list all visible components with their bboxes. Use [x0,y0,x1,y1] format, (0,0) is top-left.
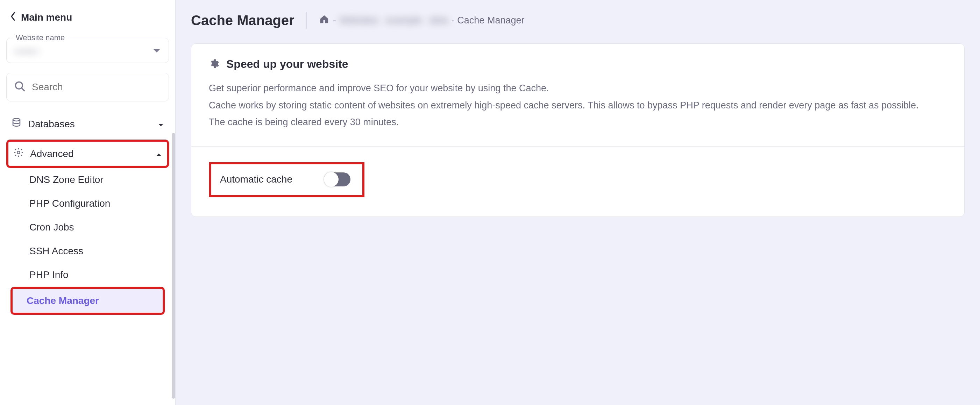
website-selector-value: example.c [14,48,40,54]
sidebar-search[interactable] [6,73,169,102]
card-title: Speed up your website [226,58,348,71]
svg-point-0 [15,82,22,89]
card-info: Speed up your website Get superior perfo… [191,44,964,146]
sidebar-sub-dns[interactable]: DNS Zone Editor [6,168,169,192]
sidebar-sub-label: DNS Zone Editor [29,174,103,185]
sidebar-sub-label: Cron Jobs [29,222,74,233]
card-description: Get superior performance and improve SEO… [209,80,947,131]
card-controls: Automatic cache [191,146,964,216]
search-input[interactable] [32,81,161,93]
breadcrumb-sep: - [333,15,336,26]
main-content: Cache Manager - Websites · example · det… [176,0,980,405]
sidebar-item-advanced[interactable]: Advanced [6,140,169,168]
chevron-up-icon [156,148,162,159]
sidebar: Main menu Website name example.c Databas… [0,0,176,405]
svg-point-3 [17,151,20,154]
sidebar-sub-label: PHP Info [29,269,68,280]
sidebar-sub-php-info[interactable]: PHP Info [6,263,169,287]
database-icon [11,118,22,130]
chevron-left-icon [11,12,15,23]
sidebar-sub-label: SSH Access [29,246,83,256]
sidebar-item-label: Databases [28,119,75,130]
website-selector-label: Website name [13,33,67,42]
automatic-cache-toggle[interactable] [324,172,350,186]
search-icon [14,81,25,94]
breadcrumb: - Websites · example · deta - Cache Mana… [319,14,525,27]
website-selector[interactable]: Website name example.c [6,38,169,63]
sidebar-sub-cron[interactable]: Cron Jobs [6,216,169,239]
home-icon[interactable] [319,14,329,27]
chevron-down-icon [158,119,164,130]
sidebar-sub-php-config[interactable]: PHP Configuration [6,192,169,216]
sidebar-item-databases[interactable]: Databases [6,112,169,136]
divider [306,12,307,29]
page-header: Cache Manager - Websites · example · det… [191,12,965,29]
chevron-down-icon [153,48,161,55]
cache-card: Speed up your website Get superior perfo… [191,43,965,217]
back-label: Main menu [21,12,72,23]
sidebar-sub-label: Cache Manager [27,295,99,306]
svg-point-2 [13,119,20,121]
toggle-knob [324,172,339,187]
breadcrumb-mid[interactable]: Websites · example · deta [340,15,448,26]
toggle-label: Automatic cache [220,174,293,185]
sidebar-sub-cache-manager[interactable]: Cache Manager [11,287,165,315]
automatic-cache-row: Automatic cache [209,162,364,197]
card-desc-line: Cache works by storing static content of… [209,97,947,114]
sidebar-sub-ssh[interactable]: SSH Access [6,239,169,263]
back-main-menu[interactable]: Main menu [6,7,169,28]
scrollbar[interactable] [172,133,175,399]
svg-line-1 [22,88,24,91]
sidebar-item-label: Advanced [30,148,74,159]
card-desc-line: Get superior performance and improve SEO… [209,80,947,97]
breadcrumb-current: - Cache Manager [452,15,525,26]
card-desc-line: The cache is being cleared every 30 minu… [209,114,947,131]
page-title: Cache Manager [191,13,294,28]
gear-icon [209,59,219,70]
gear-icon [13,147,24,160]
sidebar-sub-label: PHP Configuration [29,198,110,209]
